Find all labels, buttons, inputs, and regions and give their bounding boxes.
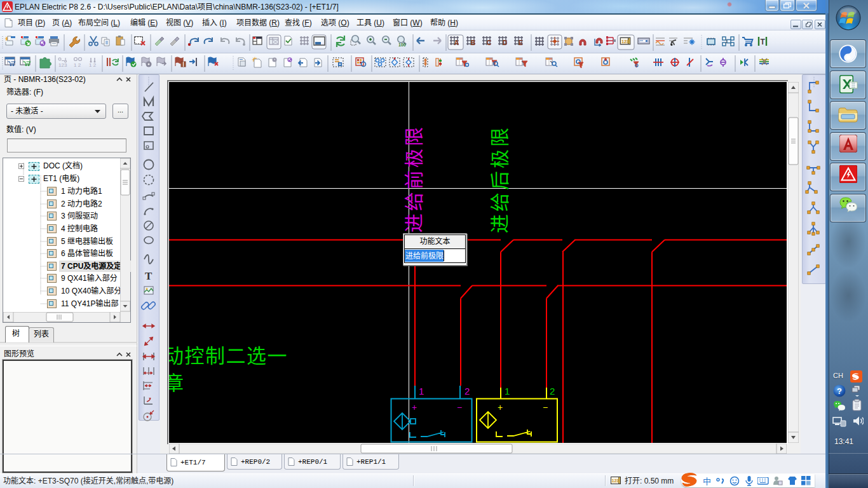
- svg-text:123: 123: [58, 62, 67, 68]
- svg-text:E: E: [519, 39, 523, 46]
- svg-text:D: D: [503, 39, 507, 46]
- svg-text:−: −: [457, 402, 462, 412]
- svg-text:A: A: [454, 39, 459, 46]
- svg-text:1: 1: [505, 386, 510, 396]
- svg-text:−: −: [543, 402, 548, 412]
- svg-text:2: 2: [550, 386, 555, 396]
- svg-text:B: B: [471, 39, 475, 46]
- svg-text:C: C: [487, 39, 491, 46]
- svg-text:1 2: 1 2: [74, 62, 81, 68]
- svg-text:T: T: [761, 37, 766, 46]
- svg-text:123: 123: [612, 478, 620, 483]
- svg-text:+: +: [412, 402, 417, 412]
- svg-text:+: +: [498, 402, 503, 412]
- svg-text:?: ?: [837, 386, 842, 396]
- svg-text:1: 1: [419, 386, 424, 396]
- svg-text:123: 123: [621, 39, 629, 44]
- svg-text:100: 100: [398, 43, 406, 47]
- svg-text:1 2: 1 2: [89, 62, 97, 68]
- svg-text:T: T: [145, 270, 153, 282]
- svg-text:2: 2: [465, 386, 470, 396]
